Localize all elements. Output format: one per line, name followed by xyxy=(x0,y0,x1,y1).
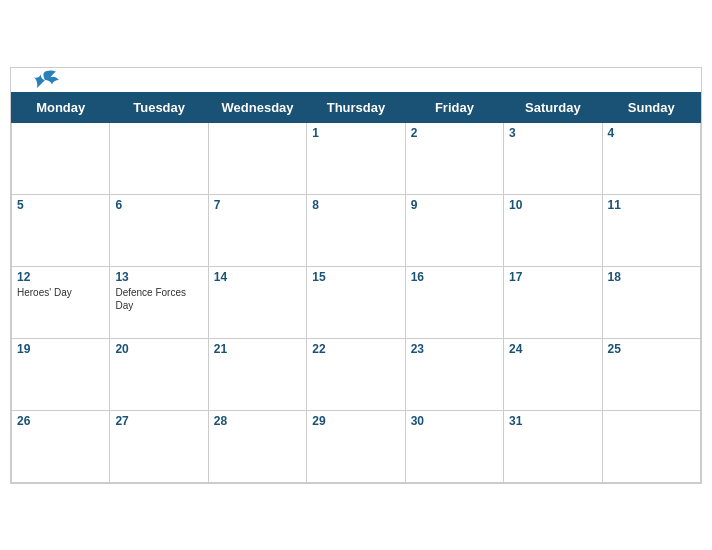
calendar-cell xyxy=(110,122,208,194)
day-number: 5 xyxy=(17,198,104,212)
day-number: 31 xyxy=(509,414,596,428)
calendar-cell: 5 xyxy=(12,194,110,266)
day-number: 1 xyxy=(312,126,399,140)
calendar-cell xyxy=(602,410,700,482)
calendar-cell: 16 xyxy=(405,266,503,338)
calendar-cell: 30 xyxy=(405,410,503,482)
calendar-cell: 28 xyxy=(208,410,306,482)
calendar-cell: 21 xyxy=(208,338,306,410)
calendar-cell: 31 xyxy=(504,410,602,482)
day-number: 13 xyxy=(115,270,202,284)
day-number: 4 xyxy=(608,126,695,140)
calendar-cell xyxy=(208,122,306,194)
weekday-header-friday: Friday xyxy=(405,92,503,122)
weekday-header-monday: Monday xyxy=(12,92,110,122)
day-number: 29 xyxy=(312,414,399,428)
calendar-cell: 20 xyxy=(110,338,208,410)
week-row-5: 262728293031 xyxy=(12,410,701,482)
calendar-cell: 12Heroes' Day xyxy=(12,266,110,338)
day-number: 20 xyxy=(115,342,202,356)
calendar-cell: 17 xyxy=(504,266,602,338)
calendar-cell xyxy=(12,122,110,194)
week-row-3: 12Heroes' Day13Defence Forces Day1415161… xyxy=(12,266,701,338)
week-row-2: 567891011 xyxy=(12,194,701,266)
day-number: 12 xyxy=(17,270,104,284)
calendar-cell: 10 xyxy=(504,194,602,266)
day-number: 22 xyxy=(312,342,399,356)
calendar-cell: 7 xyxy=(208,194,306,266)
calendar-cell: 26 xyxy=(12,410,110,482)
calendar-cell: 11 xyxy=(602,194,700,266)
day-number: 16 xyxy=(411,270,498,284)
calendar-cell: 4 xyxy=(602,122,700,194)
weekday-header-row: MondayTuesdayWednesdayThursdayFridaySatu… xyxy=(12,92,701,122)
day-number: 11 xyxy=(608,198,695,212)
weekday-header-saturday: Saturday xyxy=(504,92,602,122)
day-number: 30 xyxy=(411,414,498,428)
day-number: 23 xyxy=(411,342,498,356)
calendar-cell: 14 xyxy=(208,266,306,338)
calendar-cell: 25 xyxy=(602,338,700,410)
calendar-cell: 2 xyxy=(405,122,503,194)
day-number: 18 xyxy=(608,270,695,284)
day-number: 17 xyxy=(509,270,596,284)
day-number: 2 xyxy=(411,126,498,140)
calendar-cell: 8 xyxy=(307,194,405,266)
logo-bird-icon xyxy=(31,69,59,91)
logo xyxy=(31,69,59,91)
calendar-cell: 24 xyxy=(504,338,602,410)
day-number: 15 xyxy=(312,270,399,284)
calendar-cell: 15 xyxy=(307,266,405,338)
calendar: MondayTuesdayWednesdayThursdayFridaySatu… xyxy=(10,67,702,484)
day-number: 8 xyxy=(312,198,399,212)
calendar-table: MondayTuesdayWednesdayThursdayFridaySatu… xyxy=(11,92,701,483)
week-row-4: 19202122232425 xyxy=(12,338,701,410)
calendar-cell: 27 xyxy=(110,410,208,482)
holiday-label: Heroes' Day xyxy=(17,286,104,299)
calendar-cell: 1 xyxy=(307,122,405,194)
day-number: 9 xyxy=(411,198,498,212)
weekday-header-thursday: Thursday xyxy=(307,92,405,122)
day-number: 27 xyxy=(115,414,202,428)
day-number: 24 xyxy=(509,342,596,356)
day-number: 7 xyxy=(214,198,301,212)
calendar-cell: 18 xyxy=(602,266,700,338)
calendar-cell: 23 xyxy=(405,338,503,410)
day-number: 6 xyxy=(115,198,202,212)
holiday-label: Defence Forces Day xyxy=(115,286,202,312)
day-number: 26 xyxy=(17,414,104,428)
day-number: 14 xyxy=(214,270,301,284)
day-number: 10 xyxy=(509,198,596,212)
calendar-cell: 3 xyxy=(504,122,602,194)
day-number: 21 xyxy=(214,342,301,356)
calendar-header xyxy=(11,68,701,92)
calendar-cell: 29 xyxy=(307,410,405,482)
day-number: 19 xyxy=(17,342,104,356)
day-number: 3 xyxy=(509,126,596,140)
calendar-cell: 6 xyxy=(110,194,208,266)
weekday-header-tuesday: Tuesday xyxy=(110,92,208,122)
calendar-cell: 13Defence Forces Day xyxy=(110,266,208,338)
weekday-header-sunday: Sunday xyxy=(602,92,700,122)
day-number: 25 xyxy=(608,342,695,356)
calendar-cell: 22 xyxy=(307,338,405,410)
calendar-cell: 9 xyxy=(405,194,503,266)
week-row-1: 1234 xyxy=(12,122,701,194)
calendar-cell: 19 xyxy=(12,338,110,410)
day-number: 28 xyxy=(214,414,301,428)
weekday-header-wednesday: Wednesday xyxy=(208,92,306,122)
